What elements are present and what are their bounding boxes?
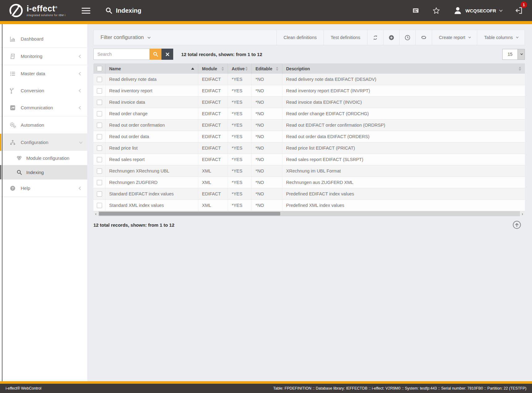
- scroll-to-top-button[interactable]: [513, 221, 521, 229]
- clear-search-button[interactable]: [161, 49, 173, 60]
- cell-name: Read delivery note data: [105, 74, 198, 85]
- page-size-value: 15: [503, 49, 517, 59]
- history-button[interactable]: [399, 30, 415, 45]
- table-row[interactable]: Read out order confirmation EDIFACT *YES…: [93, 120, 525, 131]
- sidebar-item-label: Configuration: [21, 140, 79, 145]
- row-checkbox[interactable]: [97, 146, 102, 151]
- cell-description: Read out EDIFACT order confirmation (ORD…: [282, 120, 525, 131]
- sidebar-item-help[interactable]: ? Help: [0, 180, 87, 197]
- row-checkbox[interactable]: [97, 100, 102, 105]
- table-row[interactable]: Read inventory report EDIFACT *YES *NO R…: [93, 85, 525, 97]
- username: WCQSECOFR: [466, 8, 496, 13]
- chevron-down-icon: [468, 36, 471, 38]
- row-checkbox[interactable]: [97, 111, 102, 116]
- scroll-left-arrow[interactable]: ‹: [93, 211, 98, 216]
- menu-toggle-icon[interactable]: [82, 6, 90, 15]
- row-checkbox[interactable]: [97, 168, 102, 174]
- cell-description: Read inventory report EDIFACT (INVRPT): [282, 85, 525, 96]
- sidebar-item-module-configuration[interactable]: Module configuration: [0, 151, 87, 165]
- cell-description: Read invoice data EDIFACT (INVOIC): [282, 97, 525, 108]
- repeat-icon: [421, 34, 427, 41]
- cell-description: Predefined EDIFACT index values: [282, 188, 525, 199]
- cell-editable: *NO: [251, 74, 282, 85]
- registered-mark: ®: [55, 6, 58, 9]
- table-row[interactable]: Read invoice data EDIFACT *YES *NO Read …: [93, 97, 525, 108]
- column-header-description[interactable]: Description: [282, 63, 525, 74]
- app-logo[interactable]: i-effect® integrated solutions for IBM i: [9, 3, 66, 18]
- select-all-checkbox[interactable]: [97, 66, 102, 71]
- clean-definitions-button[interactable]: Clean definitions: [277, 30, 324, 45]
- table-row[interactable]: Rechnungen ZUGFERD XML *YES *NO Rechnung…: [93, 177, 525, 188]
- user-menu[interactable]: WCQSECOFR: [453, 6, 502, 15]
- sidebar-item-conversion[interactable]: Conversion: [0, 82, 87, 99]
- table-body: Read delivery note data EDIFACT *YES *NO…: [93, 74, 525, 211]
- statusbar-system-info: Table: FPDEFINITION :: Database library:…: [273, 386, 526, 391]
- row-checkbox[interactable]: [97, 203, 102, 208]
- table-row[interactable]: Standard XML index values XML *YES *NO P…: [93, 200, 525, 211]
- column-header-module[interactable]: Module: [198, 63, 228, 74]
- sidebar-item-automation[interactable]: Automation: [0, 116, 87, 133]
- chevron-left-icon: [79, 106, 82, 109]
- favorites-star-icon[interactable]: [432, 7, 440, 15]
- table-row[interactable]: Rechnungen XRechnung UBL XML *YES *NO XR…: [93, 165, 525, 177]
- create-report-dropdown[interactable]: Create report: [432, 30, 477, 45]
- cell-module: EDIFACT: [198, 85, 228, 96]
- cell-module: EDIFACT: [198, 131, 228, 142]
- cell-module: XML: [198, 177, 228, 188]
- sidebar: Dashboard Monitoring Master data Convers…: [0, 24, 87, 381]
- table-columns-dropdown[interactable]: Table columns: [477, 30, 525, 45]
- logout-icon[interactable]: [515, 7, 523, 15]
- row-checkbox[interactable]: [97, 88, 102, 94]
- table-row[interactable]: Read sales report EDIFACT *YES *NO Read …: [93, 154, 525, 165]
- cell-description: XRechnung im UBL Format: [282, 165, 525, 177]
- sidebar-item-master-data[interactable]: Master data: [0, 65, 87, 82]
- cell-description: Read price list EDIFACT (PRICAT): [282, 142, 525, 154]
- chevron-left-icon: [79, 186, 82, 190]
- window-edge-line: [2, 24, 2, 381]
- accent-bar-bottom: [0, 381, 532, 384]
- user-avatar-icon: [453, 6, 462, 15]
- add-button[interactable]: [383, 30, 399, 45]
- search-input[interactable]: [93, 49, 150, 60]
- table-row[interactable]: Read delivery note data EDIFACT *YES *NO…: [93, 74, 525, 85]
- sitemap-icon: [9, 139, 16, 146]
- row-checkbox[interactable]: [97, 134, 102, 139]
- page-size-select[interactable]: 15: [502, 49, 525, 60]
- row-checkbox[interactable]: [97, 180, 102, 185]
- test-definitions-button[interactable]: Test definitions: [324, 30, 367, 45]
- sidebar-item-label: Automation: [21, 122, 82, 128]
- filter-configuration-dropdown[interactable]: Filter configuration: [94, 34, 157, 41]
- scrollbar-thumb[interactable]: [99, 212, 280, 216]
- column-header-name[interactable]: Name: [105, 63, 198, 74]
- refresh-button[interactable]: [367, 30, 383, 45]
- column-header-editable[interactable]: Editable: [251, 63, 282, 74]
- cell-active: *YES: [228, 154, 251, 165]
- sidebar-item-monitoring[interactable]: Monitoring: [0, 48, 87, 65]
- filter-label: Filter configuration: [101, 34, 144, 41]
- table-row[interactable]: Read price list EDIFACT *YES *NO Read pr…: [93, 142, 525, 154]
- table-row[interactable]: Read out order data EDIFACT *YES *NO Rea…: [93, 131, 525, 142]
- sidebar-item-indexing[interactable]: Indexing: [0, 165, 87, 179]
- sidebar-item-configuration[interactable]: Configuration: [0, 134, 87, 151]
- sidebar-item-communication[interactable]: Communication: [0, 99, 87, 116]
- row-checkbox[interactable]: [97, 123, 102, 128]
- table-row[interactable]: Standard EDIFACT index values EDIFACT *Y…: [93, 188, 525, 200]
- cell-description: Read out order data EDIFACT (ORDERS): [282, 131, 525, 142]
- transfer-button[interactable]: [415, 30, 432, 45]
- column-header-active[interactable]: Active: [228, 63, 251, 74]
- license-info-icon[interactable]: [412, 7, 419, 14]
- cell-editable: *NO: [251, 200, 282, 211]
- search-button[interactable]: [150, 49, 161, 60]
- notification-badge[interactable]: 1: [521, 2, 527, 8]
- horizontal-scrollbar[interactable]: ‹ ›: [93, 211, 525, 216]
- cell-active: *YES: [228, 200, 251, 211]
- row-checkbox[interactable]: [97, 77, 102, 82]
- bar-chart-icon: [9, 36, 16, 42]
- scroll-right-arrow[interactable]: ›: [520, 211, 525, 216]
- cell-module: EDIFACT: [198, 154, 228, 165]
- scrollbar-track[interactable]: [98, 211, 520, 216]
- row-checkbox[interactable]: [97, 191, 102, 197]
- table-row[interactable]: Read order change EDIFACT *YES *NO Read …: [93, 108, 525, 120]
- sidebar-item-dashboard[interactable]: Dashboard: [0, 30, 87, 47]
- row-checkbox[interactable]: [97, 157, 102, 162]
